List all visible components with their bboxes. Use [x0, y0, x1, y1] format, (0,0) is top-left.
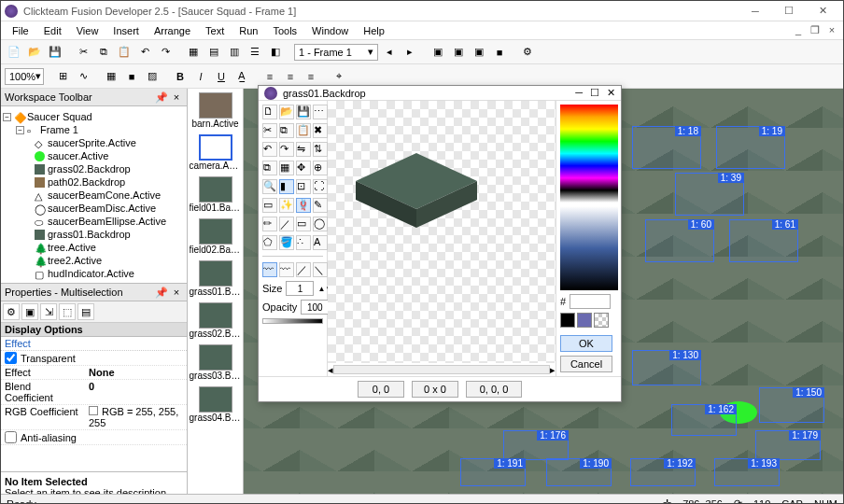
- object-list[interactable]: barn.Active camera.Act... field01.Bac...…: [188, 89, 244, 494]
- hex-input[interactable]: [570, 294, 611, 309]
- build-icon[interactable]: ⚙: [518, 43, 537, 62]
- dialog-titlebar[interactable]: grass01.Backdrop ─ ☐ ✕: [259, 86, 621, 101]
- lasso-icon[interactable]: 🪢: [296, 198, 311, 213]
- tree-item[interactable]: saucerSprite.Active: [48, 137, 136, 148]
- view-event-icon[interactable]: ▥: [225, 43, 244, 62]
- mdi-restore-icon[interactable]: ❐: [808, 24, 823, 36]
- spray-icon[interactable]: ∴: [296, 235, 311, 250]
- run-frame-icon[interactable]: ▣: [470, 43, 488, 62]
- dialog-minimize-icon[interactable]: ─: [575, 87, 583, 99]
- selection-box[interactable]: 1: 162: [671, 404, 737, 436]
- brush4-icon[interactable]: ＼: [313, 262, 328, 277]
- rgb-row[interactable]: RGB Coefficient RGB = 255, 255, 255: [1, 405, 187, 430]
- dialog-maximize-icon[interactable]: ☐: [590, 87, 599, 99]
- pin-icon[interactable]: 📌: [155, 91, 168, 104]
- tree-item[interactable]: hudIndicator.Active: [48, 268, 134, 279]
- object-item[interactable]: field02.Bac...: [188, 218, 243, 255]
- brush2-icon[interactable]: 〰: [279, 262, 294, 277]
- zoom-slider-icon[interactable]: ▮: [279, 179, 294, 194]
- panel-close-icon[interactable]: ×: [170, 286, 183, 299]
- save-copy-icon[interactable]: 💾: [296, 105, 311, 119]
- color-palette[interactable]: [560, 105, 618, 203]
- delete-icon[interactable]: ✖: [313, 123, 328, 138]
- fill2-icon[interactable]: ■: [122, 67, 141, 86]
- options-icon[interactable]: ⋯: [313, 105, 328, 119]
- brush3-icon[interactable]: ／: [296, 262, 311, 277]
- copy-icon[interactable]: ⧉: [94, 43, 113, 62]
- selection-box[interactable]: 1: 39: [675, 173, 744, 216]
- selection-box[interactable]: 1: 176: [503, 430, 569, 460]
- bg-color-swatch[interactable]: [577, 313, 592, 328]
- text-icon[interactable]: A: [313, 235, 328, 250]
- tree-item[interactable]: saucer.Active: [48, 150, 108, 161]
- view-storyboard-icon[interactable]: ▦: [184, 43, 203, 62]
- zoom-1x-icon[interactable]: ⊡: [296, 179, 311, 194]
- center-icon[interactable]: ⊕: [313, 161, 328, 175]
- gradient-palette[interactable]: [560, 206, 618, 290]
- opacity-input[interactable]: [301, 300, 329, 315]
- tree-item[interactable]: grass01.Backdrop: [48, 229, 131, 240]
- view-frame-icon[interactable]: ▤: [204, 43, 223, 62]
- grid-icon[interactable]: ▦: [279, 161, 294, 175]
- selection-box[interactable]: 1: 192: [630, 458, 696, 486]
- transparent-swatch[interactable]: [594, 313, 609, 328]
- tree-item[interactable]: saucerBeamDisc.Active: [48, 203, 156, 214]
- brush1-icon[interactable]: 〰: [262, 262, 277, 277]
- selection-box[interactable]: 1: 18: [632, 126, 701, 169]
- selection-box[interactable]: 1: 191: [460, 458, 526, 486]
- import-icon[interactable]: 📂: [279, 105, 294, 119]
- pin-icon[interactable]: 📌: [155, 286, 168, 299]
- object-item[interactable]: barn.Active: [188, 92, 243, 129]
- redo-icon[interactable]: ↷: [279, 142, 294, 157]
- rect-icon[interactable]: ▭: [296, 217, 311, 231]
- zoom-selector[interactable]: 100% ▾: [5, 68, 44, 85]
- object-item[interactable]: grass01.Ba...: [188, 260, 243, 297]
- prop-tab-values-icon[interactable]: ⬚: [59, 303, 76, 320]
- run-app-icon[interactable]: ▣: [449, 43, 468, 62]
- selection-box[interactable]: 1: 193: [714, 458, 780, 486]
- menu-edit[interactable]: Edit: [36, 23, 69, 38]
- align-center-icon[interactable]: ≡: [281, 67, 300, 86]
- prev-frame-icon[interactable]: ◂: [380, 43, 399, 62]
- panel-close-icon[interactable]: ×: [170, 91, 183, 104]
- mdi-close-icon[interactable]: ×: [824, 24, 839, 36]
- tool-snap-icon[interactable]: ∿: [74, 67, 92, 86]
- prop-tab-settings-icon[interactable]: ⚙: [3, 303, 20, 320]
- flip-h-icon[interactable]: ⇋: [296, 142, 311, 157]
- selection-box[interactable]: 1: 179: [755, 430, 821, 460]
- save-icon[interactable]: 💾: [46, 43, 64, 62]
- zoom-fit-icon[interactable]: ⛶: [313, 179, 328, 194]
- menu-insert[interactable]: Insert: [106, 23, 147, 38]
- tree-item[interactable]: saucerBeamCone.Active: [48, 189, 161, 201]
- aa-row[interactable]: Anti-aliasing: [1, 430, 187, 445]
- selection-box[interactable]: 1: 60: [645, 219, 714, 262]
- maximize-button[interactable]: ☐: [772, 2, 806, 21]
- selection-box[interactable]: 1: 130: [632, 350, 701, 385]
- wand-icon[interactable]: ✨: [279, 198, 294, 213]
- menu-tools[interactable]: Tools: [265, 23, 304, 38]
- prop-tab-display-icon[interactable]: ▣: [21, 303, 38, 320]
- crop-icon[interactable]: ⧉: [262, 161, 277, 175]
- color-swatch[interactable]: [89, 406, 98, 415]
- scrollbar-track[interactable]: [333, 365, 550, 374]
- italic-icon[interactable]: I: [191, 67, 210, 86]
- paste-icon[interactable]: 📋: [115, 43, 134, 62]
- bold-icon[interactable]: B: [171, 67, 190, 86]
- font-color-icon[interactable]: A̲: [232, 67, 251, 86]
- minimize-button[interactable]: ─: [738, 2, 772, 21]
- paste-icon[interactable]: 📋: [296, 123, 311, 138]
- size-input[interactable]: [286, 281, 314, 296]
- effect-row[interactable]: Effect None: [1, 366, 187, 380]
- cancel-button[interactable]: Cancel: [560, 356, 612, 372]
- editor-canvas[interactable]: [328, 101, 556, 363]
- workspace-tree[interactable]: − 🔶 Saucer Squad − ▫ Frame 1 ◇saucerSpri…: [1, 106, 187, 284]
- ok-button[interactable]: OK: [560, 335, 612, 352]
- tree-item[interactable]: grass02.Backdrop: [48, 163, 131, 175]
- tree-item[interactable]: tree.Active: [48, 242, 96, 253]
- pick-color-icon[interactable]: ✎: [313, 198, 328, 213]
- mdi-minimize-icon[interactable]: _: [791, 24, 806, 36]
- align-right-icon[interactable]: ≡: [302, 67, 320, 86]
- poly-icon[interactable]: ⬠: [262, 235, 277, 250]
- undo-icon[interactable]: ↶: [262, 142, 277, 157]
- fill1-icon[interactable]: ▦: [102, 67, 120, 86]
